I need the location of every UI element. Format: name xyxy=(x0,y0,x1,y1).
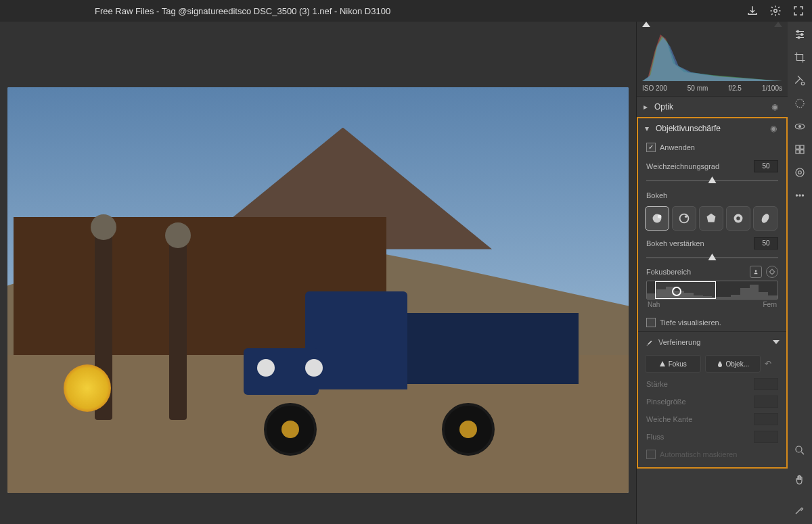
photo-preview xyxy=(7,87,629,493)
flow-label: Fluss xyxy=(646,433,664,441)
blur-amount-value[interactable]: 50 xyxy=(754,160,778,172)
svg-point-3 xyxy=(680,214,689,223)
svg-point-28 xyxy=(798,171,802,174)
svg-point-32 xyxy=(796,446,802,452)
bokeh-label: Bokeh xyxy=(646,191,667,199)
meta-aperture: f/2.5 xyxy=(728,85,741,92)
svg-point-4 xyxy=(685,215,687,218)
refine-reset-button[interactable]: ↶ xyxy=(765,359,780,368)
tool-strip xyxy=(788,22,812,524)
meta-shutter: 1/100s xyxy=(762,85,782,92)
brush-size-label: Pinselgröße xyxy=(646,398,686,406)
panel-optik-title: Optik xyxy=(654,102,771,112)
svg-point-31 xyxy=(802,195,803,196)
svg-point-27 xyxy=(796,168,804,176)
bokeh-boost-value[interactable]: 50 xyxy=(754,237,778,249)
zoom-icon[interactable] xyxy=(792,443,807,458)
svg-rect-23 xyxy=(796,145,799,149)
strength-value[interactable] xyxy=(754,378,778,390)
flow-value[interactable] xyxy=(754,431,778,443)
automask-label: Automatisch maskieren xyxy=(660,450,737,458)
blur-amount-label: Weichzeichnungsgrad xyxy=(646,162,719,170)
document-title: Free Raw Files - Tag @signatureeditsco D… xyxy=(95,6,390,16)
visualize-depth-checkbox[interactable] xyxy=(646,318,656,327)
refine-blur-label: Objek... xyxy=(726,360,749,368)
healing-icon[interactable] xyxy=(792,73,807,88)
svg-rect-26 xyxy=(800,150,804,153)
svg-rect-24 xyxy=(800,145,804,149)
svg-point-16 xyxy=(797,30,799,32)
automask-checkbox[interactable] xyxy=(646,450,656,459)
refine-blur-button[interactable]: Objek... xyxy=(705,355,761,373)
svg-point-18 xyxy=(798,37,800,39)
more-icon[interactable] xyxy=(792,188,807,203)
image-canvas[interactable] xyxy=(0,22,636,524)
mask-icon[interactable] xyxy=(792,96,807,111)
shadow-clip-indicator[interactable] xyxy=(642,22,650,27)
bokeh-shape-row xyxy=(638,204,786,233)
apply-row: Anwenden xyxy=(638,139,786,156)
refine-focus-button[interactable]: Fokus xyxy=(645,355,701,373)
bokeh-soap-button[interactable] xyxy=(672,206,696,231)
soft-edge-value[interactable] xyxy=(754,413,778,425)
top-toolbar: Free Raw Files - Tag @signatureeditsco D… xyxy=(0,0,812,22)
svg-point-17 xyxy=(801,34,803,36)
svg-point-22 xyxy=(799,126,801,128)
presets-icon[interactable] xyxy=(792,142,807,157)
redeye-icon[interactable] xyxy=(792,119,807,134)
svg-point-29 xyxy=(796,195,797,196)
refine-focus-label: Fokus xyxy=(669,360,687,368)
svg-marker-5 xyxy=(707,214,716,222)
bokeh-catseye-button[interactable] xyxy=(753,206,777,231)
strength-label: Stärke xyxy=(646,380,668,388)
target-focus-icon[interactable] xyxy=(766,266,778,278)
svg-marker-15 xyxy=(660,361,665,366)
visibility-icon[interactable]: ◉ xyxy=(770,124,780,133)
panel-lens-blur: ▾ Objektivunschärfe ◉ Anwenden Weichzeic… xyxy=(637,117,788,469)
bokeh-circle-button[interactable] xyxy=(645,206,669,231)
visibility-icon[interactable]: ◉ xyxy=(771,102,781,112)
svg-rect-25 xyxy=(796,150,799,153)
panel-optik-header[interactable]: ▸ Optik ◉ xyxy=(637,97,788,117)
radial-icon[interactable] xyxy=(792,165,807,180)
depth-map-range[interactable] xyxy=(646,281,778,300)
focus-range-label: Fokusbereich xyxy=(646,268,691,276)
gear-icon[interactable] xyxy=(769,4,782,18)
subject-focus-icon[interactable] xyxy=(750,266,762,278)
crop-icon[interactable] xyxy=(792,50,807,65)
adjustments-panel: ISO 200 50 mm f/2.5 1/100s ▸ Optik ◉ ▾ O… xyxy=(636,22,788,524)
blur-amount-row: Weichzeichnungsgrad 50 xyxy=(638,156,786,176)
visualize-depth-row: Tiefe visualisieren. xyxy=(638,314,786,331)
svg-point-9 xyxy=(755,270,757,272)
eyedropper-icon[interactable] xyxy=(792,502,807,517)
brush-size-value[interactable] xyxy=(754,396,778,408)
svg-point-8 xyxy=(760,212,770,224)
near-label: Nah xyxy=(648,301,660,308)
chevron-right-icon: ▸ xyxy=(644,102,650,112)
export-icon[interactable] xyxy=(746,4,759,18)
fullscreen-icon[interactable] xyxy=(792,4,805,18)
bokeh-boost-label: Bokeh verstärken xyxy=(646,239,704,247)
bokeh-boost-row: Bokeh verstärken 50 xyxy=(638,233,786,254)
svg-point-19 xyxy=(801,82,805,85)
edit-sliders-icon[interactable] xyxy=(792,27,807,42)
highlight-clip-indicator[interactable] xyxy=(774,22,782,27)
histogram[interactable]: ISO 200 50 mm f/2.5 1/100s xyxy=(637,22,788,96)
bokeh-ring-button[interactable] xyxy=(726,206,750,231)
bokeh-blade-button[interactable] xyxy=(699,206,723,231)
svg-point-0 xyxy=(774,9,777,13)
apply-label: Anwenden xyxy=(660,143,695,151)
blur-amount-slider[interactable] xyxy=(646,176,778,185)
svg-point-20 xyxy=(796,99,804,108)
far-label: Fern xyxy=(763,301,777,308)
panel-lens-blur-header[interactable]: ▾ Objektivunschärfe ◉ xyxy=(638,118,786,139)
svg-point-2 xyxy=(658,215,662,219)
apply-checkbox[interactable] xyxy=(646,143,656,152)
refine-header[interactable]: Verfeinerung xyxy=(638,331,786,352)
svg-point-30 xyxy=(799,195,800,196)
bokeh-label-row: Bokeh xyxy=(638,187,786,204)
collapse-icon xyxy=(773,340,780,344)
hand-icon[interactable] xyxy=(792,473,807,487)
refine-title: Verfeinerung xyxy=(658,338,773,346)
bokeh-boost-slider[interactable] xyxy=(646,254,778,262)
